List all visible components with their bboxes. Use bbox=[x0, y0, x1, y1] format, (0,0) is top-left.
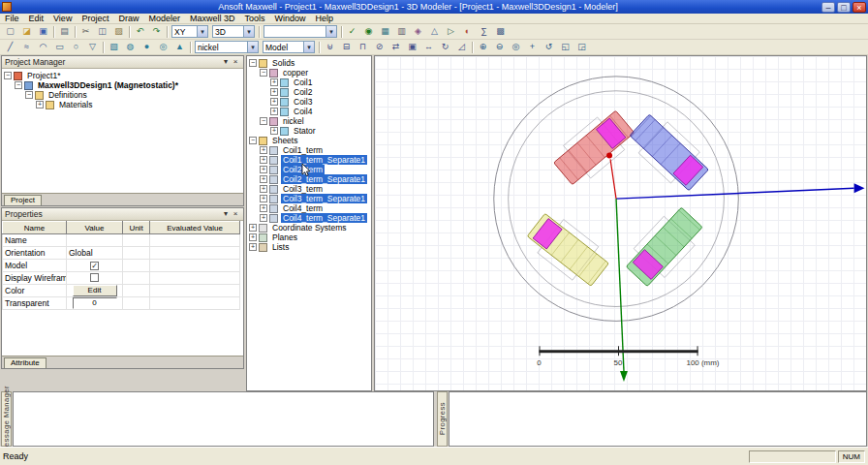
property-value[interactable]: Global bbox=[67, 247, 123, 260]
tree-item[interactable]: +Coil3 bbox=[249, 97, 369, 107]
tree-item-label[interactable]: Coil2_term_Separate1 bbox=[281, 174, 367, 184]
expand-icon[interactable]: + bbox=[260, 156, 267, 164]
tree-item-label[interactable]: Coil2 bbox=[292, 87, 314, 97]
tree-item-label[interactable]: Coil4 bbox=[292, 107, 314, 116]
tree-item-label[interactable]: Coordinate Systems bbox=[270, 223, 349, 232]
draw-cylinder-icon[interactable]: ◍ bbox=[122, 40, 139, 55]
column-header-value[interactable]: Value bbox=[67, 222, 123, 234]
project-manager-header[interactable]: Project Manager ▾ × bbox=[2, 56, 243, 69]
tree-item-label[interactable]: Coil4_term_Separate1 bbox=[281, 213, 367, 223]
dimension-select[interactable]: 3D▾ bbox=[212, 25, 255, 38]
tree-item-label[interactable]: nickel bbox=[281, 116, 306, 126]
tree-item-label[interactable]: Coil1_term_Separate1 bbox=[281, 155, 367, 165]
pan-icon[interactable]: + bbox=[524, 40, 541, 55]
expand-icon[interactable]: + bbox=[260, 175, 267, 183]
solution-data-icon[interactable]: ▥ bbox=[393, 24, 410, 40]
duplicate-icon[interactable]: ▣ bbox=[404, 40, 420, 55]
color-edit-button[interactable]: Edit bbox=[73, 285, 117, 296]
collapse-icon[interactable]: − bbox=[260, 69, 267, 77]
zoom-fit-icon[interactable]: ◎ bbox=[508, 40, 524, 55]
undo-icon[interactable]: ↶ bbox=[132, 24, 148, 40]
material-select[interactable]: nickel▾ bbox=[195, 41, 259, 53]
print-icon[interactable]: ▤ bbox=[56, 24, 73, 40]
draw-torus-icon[interactable]: ◎ bbox=[155, 40, 171, 55]
coil1-red[interactable] bbox=[549, 106, 638, 190]
panel-close-icon[interactable]: × bbox=[231, 57, 240, 67]
expand-icon[interactable]: + bbox=[270, 98, 278, 106]
property-row-name[interactable]: Name bbox=[3, 234, 240, 247]
property-row-model[interactable]: Model ✓ bbox=[3, 260, 240, 272]
draw-spline-icon[interactable]: ≈ bbox=[18, 40, 35, 55]
solve-setup-select[interactable]: ▾ bbox=[264, 25, 337, 38]
tree-item-label[interactable]: Coil1_term bbox=[281, 145, 325, 155]
copy-icon[interactable]: ◫ bbox=[94, 24, 110, 40]
menu-item[interactable]: Help bbox=[310, 14, 338, 24]
tree-item[interactable]: +Lists bbox=[249, 242, 369, 252]
menu-item[interactable]: Modeler bbox=[143, 14, 185, 24]
expand-icon[interactable]: + bbox=[36, 101, 44, 108]
message-manager-titlebar[interactable]: Message Manager bbox=[1, 391, 12, 447]
rotate-icon[interactable]: ↻ bbox=[437, 40, 453, 55]
close-button[interactable]: × bbox=[852, 2, 866, 13]
move-icon[interactable]: ↔ bbox=[420, 40, 437, 55]
panel-menu-icon[interactable]: ▾ bbox=[221, 209, 231, 219]
draw-rectangle-icon[interactable]: ▭ bbox=[51, 40, 68, 55]
panel-close-icon[interactable]: × bbox=[231, 209, 240, 219]
menu-item[interactable]: View bbox=[48, 14, 77, 24]
draw-box-icon[interactable]: ▧ bbox=[106, 40, 122, 55]
tree-item[interactable]: +Coil2 bbox=[249, 87, 369, 97]
tree-item[interactable]: −Sheets bbox=[249, 136, 369, 145]
zoom-out-icon[interactable]: ⊖ bbox=[491, 40, 508, 55]
rotate-view-icon[interactable]: ↺ bbox=[541, 40, 557, 55]
collapse-icon[interactable]: − bbox=[249, 59, 257, 67]
progress-titlebar[interactable]: Progress bbox=[437, 391, 448, 447]
tree-item-label[interactable]: Coil3_term bbox=[281, 184, 325, 194]
tree-item[interactable]: −Solids bbox=[249, 58, 369, 68]
boundaries-icon[interactable]: ▷ bbox=[443, 24, 459, 40]
intersect-icon[interactable]: ⊓ bbox=[355, 40, 371, 55]
expand-icon[interactable]: + bbox=[260, 214, 267, 222]
menu-item[interactable]: Draw bbox=[113, 14, 143, 24]
collapse-icon[interactable]: − bbox=[15, 81, 22, 89]
tree-item-label[interactable]: Maxwell3DDesign1 (Magnetostatic)* bbox=[36, 80, 180, 90]
optimetrics-icon[interactable]: △ bbox=[426, 24, 443, 40]
tree-item-label[interactable]: Coil1 bbox=[292, 78, 314, 87]
tree-item-label[interactable]: Stator bbox=[292, 126, 318, 136]
redo-icon[interactable]: ↷ bbox=[148, 24, 165, 40]
model-checkbox[interactable]: ✓ bbox=[90, 262, 99, 270]
draw-line-icon[interactable]: ╱ bbox=[2, 40, 18, 55]
model-type-select[interactable]: Model▾ bbox=[263, 41, 315, 53]
tree-item[interactable]: +Materials bbox=[4, 100, 241, 109]
zoom-in-icon[interactable]: ⊕ bbox=[475, 40, 491, 55]
expand-icon[interactable]: + bbox=[260, 195, 267, 202]
paste-icon[interactable]: ▨ bbox=[110, 24, 127, 40]
tree-item-label[interactable]: Coil4_term bbox=[281, 203, 325, 213]
expand-icon[interactable]: + bbox=[270, 127, 278, 135]
parameters-icon[interactable]: ∑ bbox=[476, 24, 492, 40]
fields-overlay-icon[interactable]: ◈ bbox=[410, 24, 426, 40]
expand-icon[interactable]: + bbox=[270, 78, 278, 86]
collapse-icon[interactable]: − bbox=[25, 91, 33, 99]
column-header-unit[interactable]: Unit bbox=[123, 222, 150, 234]
new-icon[interactable]: ▢ bbox=[2, 24, 18, 40]
property-row-color[interactable]: Color Edit bbox=[3, 285, 240, 297]
tree-item[interactable]: −copper bbox=[249, 68, 369, 78]
tree-item-label[interactable]: Materials bbox=[57, 100, 94, 109]
analyze-all-icon[interactable]: ◉ bbox=[360, 24, 377, 40]
tree-item[interactable]: +Coil4_term_Separate1 bbox=[249, 213, 369, 223]
tree-item[interactable]: +Coil1_term bbox=[249, 145, 369, 155]
validate-icon[interactable]: ✓ bbox=[344, 24, 360, 40]
tree-item[interactable]: +Coil3_term bbox=[249, 184, 369, 194]
menu-item[interactable]: Edit bbox=[24, 14, 49, 24]
scale-icon[interactable]: ◿ bbox=[453, 40, 470, 55]
expand-icon[interactable]: + bbox=[260, 204, 267, 212]
tree-item[interactable]: +Coil4 bbox=[249, 107, 369, 116]
panel-menu-icon[interactable]: ▾ bbox=[221, 57, 231, 67]
tree-item-label[interactable]: Coil3_term_Separate1 bbox=[281, 194, 367, 203]
property-value[interactable] bbox=[67, 234, 123, 247]
unite-icon[interactable]: ⊎ bbox=[322, 40, 338, 55]
menu-item[interactable]: Project bbox=[77, 14, 113, 24]
collapse-icon[interactable]: − bbox=[4, 72, 12, 79]
expand-icon[interactable]: + bbox=[270, 108, 278, 115]
tree-item-label[interactable]: Definitions bbox=[46, 90, 89, 100]
